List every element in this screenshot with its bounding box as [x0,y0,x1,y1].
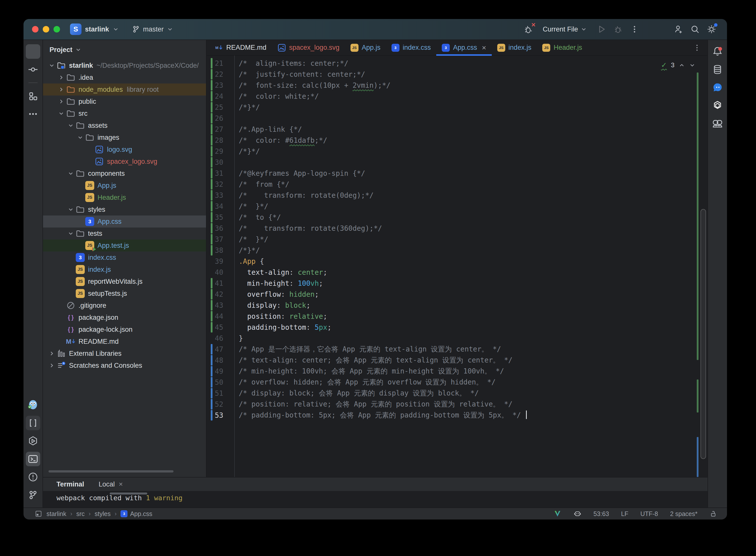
status-line-separator[interactable]: LF [621,510,628,518]
tab-spacex-logo-svg[interactable]: spacex_logo.svg [272,40,345,56]
search-everywhere-button[interactable] [688,23,701,36]
assistant-tool-button[interactable] [710,116,725,131]
tab-header-js[interactable]: JSHeader.js [537,40,587,56]
project-tool-button[interactable] [26,44,40,59]
project-widget[interactable]: S starlink [70,24,119,35]
debug-button[interactable] [612,23,624,36]
status-encoding[interactable]: UTF-8 [640,510,658,518]
code-line-22[interactable]: 22/* justify-content: center;*/ [206,69,708,80]
code-with-me-button[interactable] [672,23,685,36]
code-line-34[interactable]: 34/* }*/ [206,201,708,212]
tree-item-index-js[interactable]: JSindex.js [43,264,206,276]
code-line-43[interactable]: 43 display: block; [206,300,708,311]
tree-item-starlink[interactable]: starlink~/Desktop/Projects/SpaceX/Code/ [43,60,206,71]
ai-chat-tool-button[interactable] [710,80,725,95]
status-caret-position[interactable]: 53:63 [593,510,609,518]
code-line-51[interactable]: 51/* display: block; 会将 App 元素的 display … [206,388,708,399]
code-line-28[interactable]: 28/* color: #61dafb;*/ [206,135,708,146]
tree-item-header-js[interactable]: JSHeader.js [43,192,206,204]
status-indent[interactable]: 2 spaces* [670,510,697,518]
code-line-30[interactable]: 30 [206,157,708,168]
brackets-tool-button[interactable] [26,416,40,430]
tab-options-button[interactable] [693,44,708,52]
code-line-42[interactable]: 42 overflow: hidden; [206,289,708,300]
tree-item-src[interactable]: src [43,107,206,119]
chevron-down-icon[interactable] [47,62,57,69]
code-line-38[interactable]: 38/*}*/ [206,245,708,256]
code-line-45[interactable]: 45 padding-bottom: 5px; [206,322,708,333]
code-line-24[interactable]: 24/* color: white;*/ [206,91,708,102]
structure-tool-button[interactable] [26,89,40,103]
terminal-tab-local[interactable]: Local × [99,480,123,488]
code-line-39[interactable]: 39.App { [206,256,708,267]
code-line-44[interactable]: 44 position: relative; [206,311,708,322]
chevron-right-icon[interactable] [47,350,57,357]
project-panel-horizontal-scrollbar[interactable] [48,470,173,473]
tree-item-index-css[interactable]: 3index.css [43,251,206,264]
code-line-31[interactable]: 31/*@keyframes App-logo-spin {*/ [206,168,708,179]
tree-item-app-css[interactable]: 3App.css [43,215,206,228]
code-line-32[interactable]: 32/* from {*/ [206,179,708,190]
more-tools-button[interactable] [26,107,40,121]
code-area[interactable]: ✓ 3 21/* align-items: center;*/22/* just… [206,56,708,477]
tree-item-gitignore[interactable]: .gitignore [43,300,206,312]
tree-item-node-modules[interactable]: node_moduleslibrary root [43,83,206,96]
chevron-right-icon[interactable] [47,362,57,369]
tree-item-tests[interactable]: tests [43,228,206,240]
tab-index-css[interactable]: 3index.css [386,40,437,56]
code-line-50[interactable]: 50/* overflow: hidden; 会将 App 元素的 overfl… [206,377,708,388]
close-icon[interactable]: × [119,480,123,488]
more-actions-button[interactable] [628,23,641,36]
chevron-right-icon[interactable] [57,98,66,105]
chevron-down-icon[interactable] [66,206,75,213]
tree-item-idea[interactable]: .idea [43,71,206,83]
code-line-48[interactable]: 48/* text-align: center; 会将 App 元素的 text… [206,355,708,366]
code-line-46[interactable]: 46} [206,333,708,344]
terminal-tool-button[interactable] [26,452,40,466]
code-line-47[interactable]: 47/* App 是一个选择器，它会将 App 元素的 text-align 设… [206,344,708,355]
tree-item-scratches-and-consoles[interactable]: Scratches and Consoles [43,359,206,372]
tab-readme-md[interactable]: MREADME.md [209,40,272,56]
tree-item-assets[interactable]: assets [43,119,206,132]
code-line-23[interactable]: 23/* font-size: calc(10px + 2vmin);*/ [206,80,708,91]
code-line-52[interactable]: 52/* position: relative; 会将 App 元素的 posi… [206,399,708,410]
chevron-down-icon[interactable] [57,110,66,117]
version-control-tool-button[interactable] [26,488,40,502]
tree-item-setuptests-js[interactable]: JSsetupTests.js [43,287,206,300]
run-button[interactable] [595,23,608,36]
readonly-toggle[interactable] [710,510,717,518]
close-icon[interactable]: × [482,44,486,51]
chevron-down-icon[interactable] [75,134,85,141]
terminal-title[interactable]: Terminal [57,481,84,488]
tree-item-package-lock-json[interactable]: { }package-lock.json [43,323,206,336]
tree-item-app-js[interactable]: JSApp.js [43,179,206,192]
database-tool-button[interactable] [710,62,725,77]
breadcrumb-src[interactable]: src [76,510,84,518]
code-line-35[interactable]: 35/* to {*/ [206,212,708,223]
run-anything-button[interactable] [26,434,40,448]
tree-item-styles[interactable]: styles [43,204,206,215]
plugin-mascot-button[interactable] [26,398,40,412]
minimize-window-button[interactable] [43,26,49,33]
tree-item-readme-md[interactable]: MREADME.md [43,336,206,347]
openai-tool-button[interactable] [710,98,725,113]
tree-item-logo-svg[interactable]: logo.svg [43,143,206,155]
tab-app-js[interactable]: JSApp.js [345,40,386,56]
tool-window-widget-icon[interactable] [35,510,42,517]
tree-item-app-test-js[interactable]: JSApp.test.js [43,240,206,251]
breadcrumb-styles[interactable]: styles [95,510,111,518]
terminal-scrollbar[interactable] [110,492,147,494]
code-line-27[interactable]: 27/*.App-link {*/ [206,124,708,135]
problems-tool-button[interactable] [26,470,40,484]
code-line-41[interactable]: 41 min-height: 100vh; [206,278,708,289]
chevron-right-icon[interactable] [57,86,66,93]
code-line-40[interactable]: 40 text-align: center; [206,267,708,278]
tree-item-package-json[interactable]: { }package.json [43,312,206,323]
settings-button[interactable] [705,23,718,36]
breadcrumb-file[interactable]: 3App.css [121,510,152,518]
vcs-branch-widget[interactable]: master [132,25,173,33]
commit-tool-button[interactable] [26,62,40,77]
tree-item-reportwebvitals-js[interactable]: JSreportWebVitals.js [43,276,206,287]
code-line-26[interactable]: 26 [206,113,708,124]
code-line-29[interactable]: 29/*}*/ [206,146,708,157]
